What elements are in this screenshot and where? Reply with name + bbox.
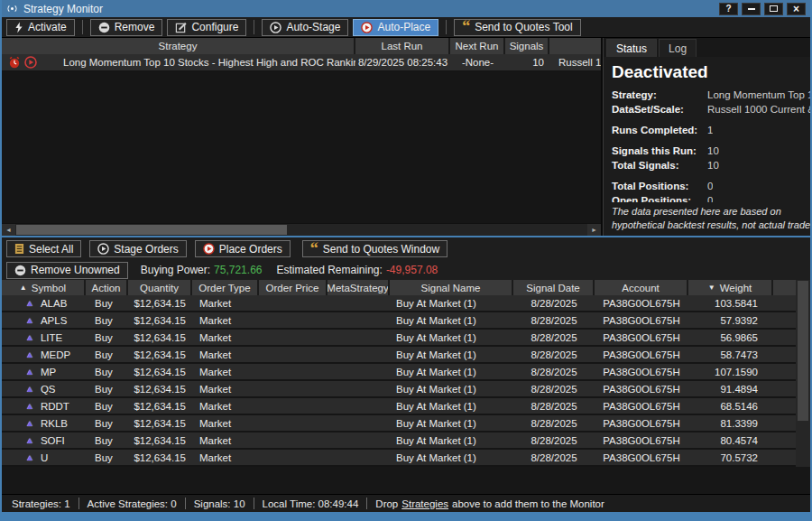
minimize-button[interactable] <box>742 3 761 15</box>
remove-circle-icon <box>14 265 26 276</box>
column-header-order-type[interactable]: Order Type <box>192 280 259 295</box>
tab-log[interactable]: Log <box>659 39 697 57</box>
order-weight: 81.3399 <box>688 415 773 431</box>
column-header-account[interactable]: Account <box>595 280 688 295</box>
hscroll-track[interactable] <box>15 224 587 236</box>
order-row[interactable]: ▲APLS Buy $12,634.15 Market Buy At Marke… <box>2 312 796 330</box>
column-header-symbol[interactable]: ▲Symbol <box>2 280 86 295</box>
symbol-triangle-icon: ▲ <box>25 435 34 445</box>
order-action: Buy <box>86 381 128 396</box>
send-to-quotes-window-button[interactable]: “ Send to Quotes Window <box>302 240 448 257</box>
remove-button[interactable]: Remove <box>90 19 163 36</box>
remove-unowned-button[interactable]: Remove Unowned <box>6 262 128 279</box>
column-header-action[interactable]: Action <box>86 280 128 295</box>
column-header-signal-date[interactable]: Signal Date <box>513 280 595 295</box>
order-row[interactable]: ▲ALAB Buy $12,634.15 Market Buy At Marke… <box>2 295 796 312</box>
order-metastrategy <box>328 415 390 431</box>
column-header-metastrategy[interactable]: MetaStrategy <box>328 280 390 295</box>
column-label: MetaStrategy <box>328 283 389 293</box>
order-filler <box>773 381 796 396</box>
column-label: Account <box>622 283 660 293</box>
select-all-button[interactable]: Select All <box>6 240 81 257</box>
column-header-signal-name[interactable]: Signal Name <box>390 280 513 295</box>
order-filler <box>773 364 796 379</box>
strategy-monitor-window: Strategy Monitor ? × Activate Remove Con… <box>0 0 812 521</box>
order-quantity: $12,634.15 <box>128 347 192 362</box>
auto-stage-button[interactable]: Auto-Stage <box>262 19 348 36</box>
order-metastrategy <box>328 364 390 379</box>
column-header-last-run[interactable]: Last Run <box>355 38 450 54</box>
order-metastrategy <box>328 433 390 448</box>
column-header-order-price[interactable]: Order Price <box>259 280 328 295</box>
status-field: Total Positions:0 <box>612 181 812 191</box>
column-header-signals[interactable]: Signals <box>505 38 549 54</box>
order-action: Buy <box>86 330 128 345</box>
order-row[interactable]: ▲RDDT Buy $12,634.15 Market Buy At Marke… <box>2 398 796 415</box>
strategy-name: Long Momentum Top 10 Stocks - Highest Hi… <box>63 57 355 68</box>
order-row[interactable]: ▲RKLB Buy $12,634.15 Market Buy At Marke… <box>2 415 796 433</box>
order-signal-date: 8/28/2025 <box>513 347 595 362</box>
broadcast-icon <box>6 4 18 14</box>
run-strategy-play-icon[interactable] <box>24 56 37 69</box>
field-value: 10 <box>707 145 719 156</box>
order-quantity: $12,634.15 <box>128 415 192 431</box>
play-circle-red-icon <box>203 243 215 255</box>
place-orders-button[interactable]: Place Orders <box>195 240 291 257</box>
order-signal-name: Buy At Market (1) <box>390 415 513 431</box>
symbol-triangle-icon: ▲ <box>25 367 34 377</box>
order-signal-name: Buy At Market (1) <box>390 330 513 345</box>
status-field: Total Signals:10 <box>612 160 812 171</box>
order-signal-date: 8/28/2025 <box>513 398 595 414</box>
order-signal-date: 8/28/2025 <box>513 312 595 328</box>
column-header-next-run[interactable]: Next Run <box>450 38 505 54</box>
strategy-row[interactable]: Long Momentum Top 10 Stocks - Highest Hi… <box>2 54 601 71</box>
symbol-triangle-icon: ▲ <box>25 401 34 411</box>
horizontal-scrollbar[interactable]: ◄ ► <box>2 223 601 236</box>
order-symbol: MEDP <box>41 349 70 360</box>
order-row[interactable]: ▲MP Buy $12,634.15 Market Buy At Market … <box>2 364 796 381</box>
orders-vertical-scrollbar[interactable] <box>796 280 810 467</box>
maximize-button[interactable] <box>764 3 783 15</box>
help-button[interactable]: ? <box>719 3 738 15</box>
order-row[interactable]: ▲U Buy $12,634.15 Market Buy At Market (… <box>2 450 796 467</box>
order-row[interactable]: ▲LITE Buy $12,634.15 Market Buy At Marke… <box>2 330 796 347</box>
orders-toolbar-row2: Remove Unowned Buying Power: 75,721.66 E… <box>2 260 810 280</box>
column-label: Order Type <box>198 283 250 293</box>
tab-status[interactable]: Status <box>606 39 657 57</box>
column-header-weight[interactable]: ▼Weight <box>688 280 773 295</box>
column-header-strategy[interactable]: Strategy <box>2 38 355 54</box>
order-type: Market <box>192 295 259 311</box>
order-signal-name: Buy At Market (1) <box>390 295 513 311</box>
order-row[interactable]: ▲SOFI Buy $12,634.15 Market Buy At Marke… <box>2 433 796 450</box>
statusbar-active-strategies: Active Strategies: 0 <box>79 498 185 509</box>
scroll-right-icon[interactable]: ► <box>587 224 601 236</box>
order-signal-name: Buy At Market (1) <box>390 433 513 448</box>
send-to-quotes-tool-label: Send to Quotes Tool <box>475 21 573 33</box>
field-label: Total Signals: <box>612 160 707 171</box>
order-signal-date: 8/28/2025 <box>513 433 595 448</box>
configure-button[interactable]: Configure <box>167 19 246 36</box>
close-button[interactable]: × <box>787 3 806 15</box>
order-type: Market <box>192 433 259 448</box>
help-icon: ? <box>725 4 731 14</box>
buying-power-label: Buying Power: <box>141 264 210 276</box>
stage-orders-button[interactable]: Stage Orders <box>89 240 186 257</box>
field-label: DataSet/Scale: <box>612 104 707 115</box>
symbol-triangle-icon: ▲ <box>25 452 34 462</box>
remove-circle-icon <box>98 22 110 33</box>
order-symbol: APLS <box>41 315 67 326</box>
order-account: PA38G0OL675H <box>595 312 688 328</box>
send-to-quotes-tool-button[interactable]: “ Send to Quotes Tool <box>454 19 581 36</box>
order-action: Buy <box>86 295 128 311</box>
auto-place-button[interactable]: Auto-Place <box>353 19 438 36</box>
column-header-quantity[interactable]: Quantity <box>128 280 192 295</box>
order-symbol: RKLB <box>41 418 68 429</box>
scroll-left-icon[interactable]: ◄ <box>2 224 15 236</box>
activate-button[interactable]: Activate <box>6 19 75 36</box>
order-quantity: $12,634.15 <box>128 330 192 345</box>
hscroll-thumb[interactable] <box>16 225 287 235</box>
symbol-triangle-icon: ▲ <box>25 384 34 394</box>
order-row[interactable]: ▲MEDP Buy $12,634.15 Market Buy At Marke… <box>2 347 796 364</box>
order-row[interactable]: ▲QS Buy $12,634.15 Market Buy At Market … <box>2 381 796 398</box>
orders-vscroll-thumb[interactable] <box>798 281 808 421</box>
